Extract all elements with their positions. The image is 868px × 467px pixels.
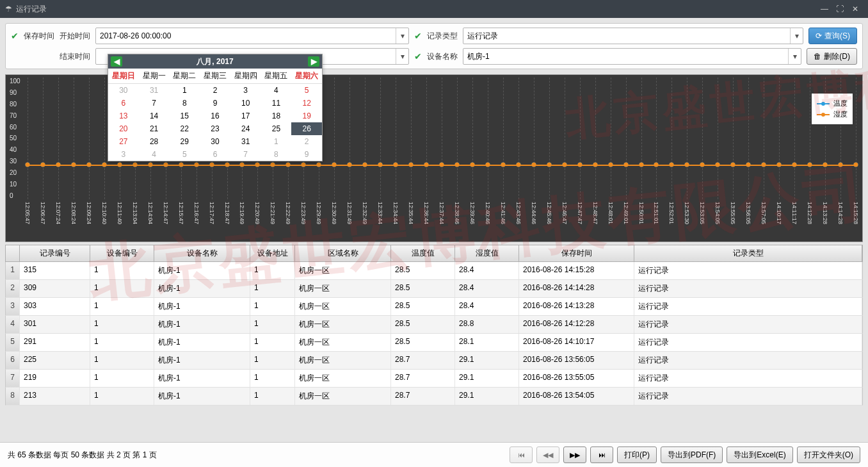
close-button[interactable]: ✕ <box>848 4 863 13</box>
calendar-day[interactable]: 30 <box>108 84 139 97</box>
calendar-day[interactable]: 12 <box>291 97 322 110</box>
footer: 共 65 条数据 每页 50 条数据 共 2 页 第 1 页 ⏮ ◀◀ ▶▶ ⏭… <box>0 442 868 467</box>
calendar-day[interactable]: 9 <box>200 97 230 110</box>
chevron-down-icon[interactable]: ▾ <box>788 49 801 64</box>
legend-swatch <box>817 103 830 104</box>
grid-header: 记录编号 设备编号 设备名称 设备地址 区域名称 温度值 湿度值 保存时间 记录… <box>5 245 863 262</box>
calendar-dow: 星期二 <box>169 69 200 84</box>
calendar-dow: 星期三 <box>200 69 230 84</box>
table-row[interactable]: 23091机房-11机房一区28.528.42016-08-26 14:14:2… <box>5 280 863 298</box>
record-type-label: 记录类型 <box>427 31 458 42</box>
calendar-day[interactable]: 7 <box>230 148 261 161</box>
app-icon: ☂ <box>5 4 12 13</box>
calendar-title: 八月, 2017 <box>197 56 233 67</box>
legend-swatch <box>817 114 830 115</box>
calendar-day[interactable]: 3 <box>108 148 139 161</box>
record-type-field[interactable]: 运行记录 ▾ <box>463 28 803 44</box>
calendar-day[interactable]: 28 <box>139 135 170 148</box>
calendar-day[interactable]: 6 <box>108 97 139 110</box>
last-page-button[interactable]: ⏭ <box>590 447 613 463</box>
calendar-day[interactable]: 5 <box>291 84 322 97</box>
table-row[interactable]: 33031机房-11机房一区28.528.42016-08-26 14:13:2… <box>5 298 863 316</box>
save-time-label: 保存时间 <box>24 31 54 42</box>
table-row[interactable]: 62251机房-11机房一区28.729.12016-08-26 13:56:0… <box>5 352 863 370</box>
check-icon: ✔ <box>414 31 422 41</box>
calendar-day[interactable]: 4 <box>139 148 170 161</box>
calendar-day[interactable]: 1 <box>261 135 292 148</box>
calendar-day[interactable]: 16 <box>200 110 230 122</box>
calendar-dow: 星期日 <box>108 69 139 84</box>
device-name-field[interactable]: 机房-1 ▾ <box>463 48 801 65</box>
minimize-button[interactable]: — <box>817 4 832 13</box>
export-excel-button[interactable]: 导出到Excel(E) <box>727 447 792 463</box>
calendar-day[interactable]: 26 <box>291 122 322 135</box>
window-title: 运行记录 <box>16 4 47 15</box>
print-button[interactable]: 打印(P) <box>617 447 657 463</box>
table-row[interactable]: 13151机房-11机房一区28.528.42016-08-26 14:15:2… <box>5 262 863 280</box>
titlebar: ☂ 运行记录 — ⛶ ✕ <box>0 0 868 18</box>
table-row[interactable]: 43011机房-11机房一区28.528.82016-08-26 14:12:2… <box>5 316 863 334</box>
calendar-day[interactable]: 24 <box>230 122 261 135</box>
calendar-day[interactable]: 7 <box>139 97 170 110</box>
calendar-day[interactable]: 18 <box>261 110 292 122</box>
calendar-day[interactable]: 15 <box>169 110 200 122</box>
date-picker-popup: ◀ 八月, 2017 ▶ 星期日星期一星期二星期三星期四星期五星期六 30311… <box>108 54 323 161</box>
calendar-day[interactable]: 6 <box>200 148 230 161</box>
check-icon: ✔ <box>414 51 422 61</box>
refresh-icon: ⟳ <box>816 31 822 40</box>
calendar-day[interactable]: 27 <box>108 135 139 148</box>
chevron-down-icon[interactable]: ▾ <box>396 49 408 64</box>
calendar-day[interactable]: 17 <box>230 110 261 122</box>
calendar-day[interactable]: 13 <box>108 110 139 122</box>
table-row[interactable]: 82131机房-11机房一区28.729.12016-08-26 13:54:0… <box>5 388 863 406</box>
calendar-dow: 星期六 <box>291 69 322 84</box>
table-row[interactable]: 52911机房-11机房一区28.528.12016-08-26 14:10:1… <box>5 334 863 352</box>
calendar-day[interactable]: 11 <box>261 97 292 110</box>
calendar-day[interactable]: 29 <box>169 135 200 148</box>
check-icon: ✔ <box>11 31 19 41</box>
calendar-day[interactable]: 2 <box>200 84 230 97</box>
calendar-day[interactable]: 30 <box>200 135 230 148</box>
calendar-day[interactable]: 8 <box>261 148 292 161</box>
chevron-down-icon[interactable]: ▾ <box>396 28 408 44</box>
table-row[interactable]: 72191机房-11机房一区28.729.12016-08-26 13:55:0… <box>5 370 863 388</box>
calendar-dow: 星期一 <box>139 69 170 84</box>
maximize-button[interactable]: ⛶ <box>832 4 848 13</box>
calendar-day[interactable]: 9 <box>291 148 322 161</box>
first-page-button[interactable]: ⏮ <box>510 447 533 463</box>
calendar-day[interactable]: 5 <box>169 148 200 161</box>
trash-icon: 🗑 <box>814 52 821 61</box>
export-pdf-button[interactable]: 导出到PDF(F) <box>661 447 723 463</box>
next-month-button[interactable]: ▶ <box>308 56 319 67</box>
calendar-day[interactable]: 10 <box>230 97 261 110</box>
chart-legend: 温度 湿度 <box>811 93 853 125</box>
calendar-day[interactable]: 31 <box>139 84 170 97</box>
calendar-dow: 星期四 <box>230 69 261 84</box>
calendar-day[interactable]: 8 <box>169 97 200 110</box>
calendar-day[interactable]: 4 <box>261 84 292 97</box>
query-button[interactable]: ⟳查询(S) <box>808 28 857 44</box>
chevron-down-icon[interactable]: ▾ <box>790 28 803 44</box>
end-time-label: 结束时间 <box>60 51 90 62</box>
start-time-field[interactable]: 2017-08-26 00:00:00 ▾ <box>95 28 409 44</box>
calendar-day[interactable]: 19 <box>291 110 322 122</box>
pagination-summary: 共 65 条数据 每页 50 条数据 共 2 页 第 1 页 <box>8 450 157 461</box>
next-page-button[interactable]: ▶▶ <box>563 447 586 463</box>
calendar-day[interactable]: 20 <box>108 122 139 135</box>
start-time-label: 开始时间 <box>60 31 90 42</box>
calendar-day[interactable]: 1 <box>169 84 200 97</box>
calendar-day[interactable]: 21 <box>139 122 170 135</box>
calendar-day[interactable]: 3 <box>230 84 261 97</box>
data-grid: 记录编号 设备编号 设备名称 设备地址 区域名称 温度值 湿度值 保存时间 记录… <box>5 245 863 406</box>
delete-button[interactable]: 🗑删除(D) <box>807 48 857 65</box>
prev-month-button[interactable]: ◀ <box>111 56 122 67</box>
calendar-day[interactable]: 14 <box>139 110 170 122</box>
calendar-day[interactable]: 22 <box>169 122 200 135</box>
calendar-day[interactable]: 31 <box>230 135 261 148</box>
calendar-day[interactable]: 23 <box>200 122 230 135</box>
prev-page-button[interactable]: ◀◀ <box>536 447 559 463</box>
calendar-day[interactable]: 2 <box>291 135 322 148</box>
open-folder-button[interactable]: 打开文件夹(O) <box>797 447 860 463</box>
calendar-day[interactable]: 25 <box>261 122 292 135</box>
calendar-dow: 星期五 <box>261 69 292 84</box>
